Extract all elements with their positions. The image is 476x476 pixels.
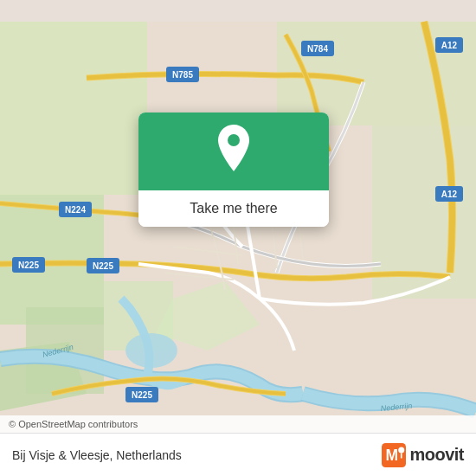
svg-rect-1 (0, 22, 147, 195)
location-name: Bij Visje & Vleesje, Netherlands (12, 448, 182, 462)
popup-pointer (225, 226, 242, 227)
attribution-bar: © OpenStreetMap contributors (0, 415, 476, 433)
popup-top (138, 113, 329, 190)
take-me-there-button[interactable]: Take me there (138, 190, 329, 227)
svg-point-28 (228, 134, 240, 146)
footer-bar: Bij Visje & Vleesje, Netherlands M moovi… (0, 433, 476, 476)
svg-text:N225: N225 (18, 261, 39, 270)
map-svg: N785 N784 A12 A12 N224 N225 N225 N225 Ne… (0, 0, 476, 476)
popup-card: Take me there (138, 113, 329, 227)
svg-text:N785: N785 (172, 70, 193, 80)
map-container: N785 N784 A12 A12 N224 N225 N225 N225 Ne… (0, 0, 476, 476)
moovit-logo: M moovit (382, 443, 464, 467)
svg-text:N225: N225 (93, 261, 113, 271)
svg-text:M: M (386, 447, 399, 464)
attribution-text: © OpenStreetMap contributors (9, 419, 138, 429)
svg-text:N784: N784 (307, 44, 328, 54)
svg-text:N224: N224 (65, 205, 86, 215)
moovit-icon: M (382, 443, 406, 467)
svg-point-9 (125, 333, 177, 368)
svg-point-31 (399, 447, 405, 453)
svg-text:A12: A12 (441, 41, 458, 50)
moovit-brand-text: moovit (409, 445, 464, 465)
svg-text:N225: N225 (132, 390, 152, 400)
svg-text:A12: A12 (441, 190, 458, 199)
location-pin-icon (213, 125, 254, 178)
